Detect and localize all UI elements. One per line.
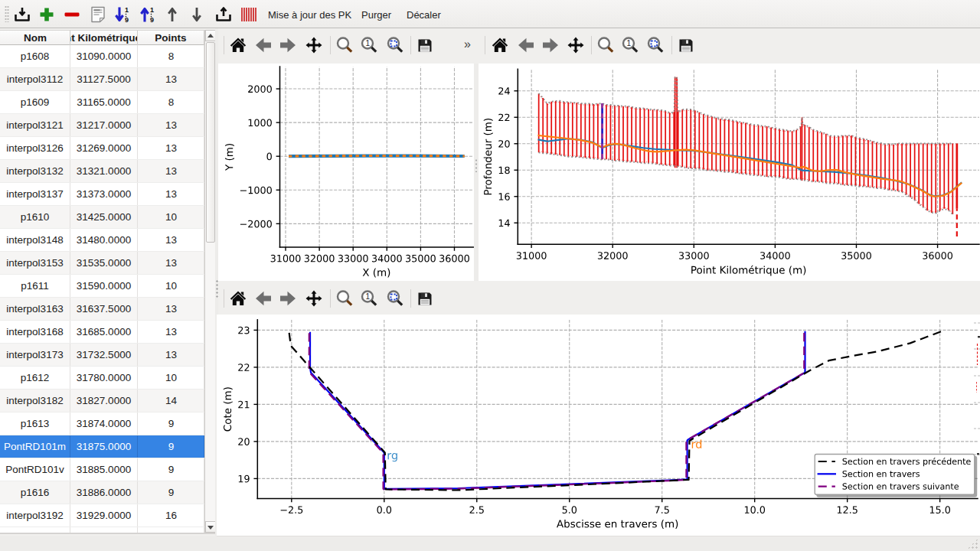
svg-text:1: 1	[125, 6, 129, 14]
svg-text:1: 1	[366, 39, 371, 47]
svg-text:1: 1	[627, 39, 632, 47]
svg-text:9: 9	[150, 16, 154, 24]
svg-text:9: 9	[125, 16, 129, 24]
svg-text:1: 1	[366, 292, 371, 301]
svg-text:1: 1	[150, 6, 154, 14]
